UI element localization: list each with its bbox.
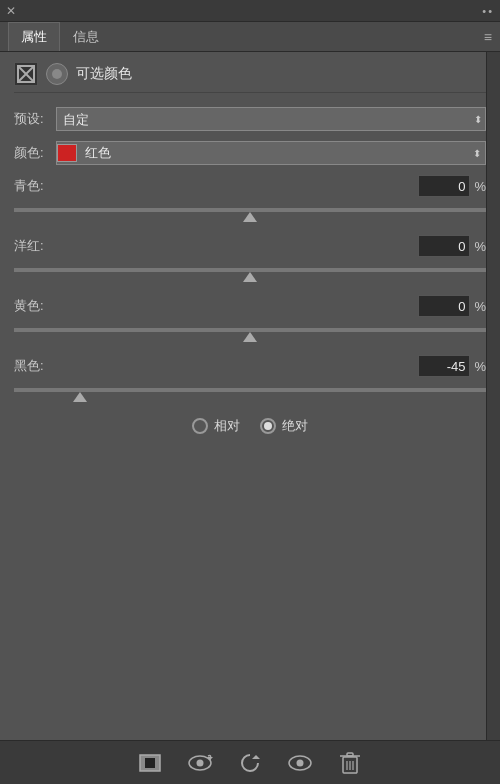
preset-select[interactable]: 自定 (56, 107, 486, 131)
title-bar-left: ✕ (6, 5, 18, 17)
yellow-track (14, 328, 486, 332)
magenta-slider-header: 洋红: 0 % (14, 235, 486, 257)
black-track (14, 388, 486, 392)
tabs-menu-icon[interactable]: ≡ (484, 29, 492, 45)
eye-button[interactable] (284, 747, 316, 779)
color-select-display[interactable]: 红色 红色 ⬍ (56, 141, 486, 165)
panel-body: 可选颜色 预设: 自定 ⬍ 颜色: 红色 红色 ⬍ (0, 52, 500, 455)
radio-absolute[interactable]: 绝对 (260, 417, 308, 435)
radio-absolute-outer (260, 418, 276, 434)
preset-select-wrapper: 自定 ⬍ (56, 107, 486, 131)
reset-button[interactable] (234, 747, 266, 779)
eye-rotate-button[interactable] (184, 747, 216, 779)
cyan-thumb[interactable] (243, 212, 257, 222)
yellow-track-wrap[interactable] (14, 321, 486, 339)
delete-button[interactable] (334, 747, 366, 779)
cyan-slider-section: 青色: 0 % (14, 175, 486, 219)
magenta-value[interactable]: 0 (418, 235, 470, 257)
radio-absolute-label: 绝对 (282, 417, 308, 435)
cyan-value[interactable]: 0 (418, 175, 470, 197)
radio-relative[interactable]: 相对 (192, 417, 240, 435)
preset-row: 预设: 自定 ⬍ (14, 107, 486, 131)
yellow-slider-section: 黄色: 0 % (14, 295, 486, 339)
delete-icon (339, 751, 361, 775)
svg-marker-8 (252, 755, 260, 759)
yellow-label: 黄色: (14, 297, 44, 315)
title-bar-right: •• (482, 5, 494, 17)
black-value[interactable]: -45 (418, 355, 470, 377)
black-input-wrap: -45 % (418, 355, 486, 377)
radio-relative-label: 相对 (214, 417, 240, 435)
cyan-slider-header: 青色: 0 % (14, 175, 486, 197)
black-track-wrap[interactable] (14, 381, 486, 399)
svg-point-10 (297, 759, 304, 766)
cyan-label: 青色: (14, 177, 44, 195)
panel-content: 可选颜色 预设: 自定 ⬍ 颜色: 红色 红色 ⬍ (0, 52, 500, 784)
panel-header: 可选颜色 (14, 62, 486, 93)
black-label: 黑色: (14, 357, 44, 375)
yellow-thumb[interactable] (243, 332, 257, 342)
magenta-input-wrap: 0 % (418, 235, 486, 257)
channel-icon (14, 62, 38, 86)
magenta-pct: % (474, 239, 486, 254)
radio-absolute-dot (264, 422, 272, 430)
tab-properties[interactable]: 属性 (8, 22, 60, 51)
black-thumb[interactable] (73, 392, 87, 402)
bottom-toolbar (0, 740, 500, 784)
eye-rotate-icon (186, 752, 214, 774)
eye-icon (287, 753, 313, 773)
yellow-input-wrap: 0 % (418, 295, 486, 317)
color-label: 颜色: (14, 144, 56, 162)
yellow-pct: % (474, 299, 486, 314)
cyan-pct: % (474, 179, 486, 194)
preset-label: 预设: (14, 110, 56, 128)
radio-relative-outer (192, 418, 208, 434)
black-slider-header: 黑色: -45 % (14, 355, 486, 377)
mask-button[interactable] (134, 747, 166, 779)
yellow-slider-header: 黄色: 0 % (14, 295, 486, 317)
tabs-bar: 属性 信息 ≡ (0, 22, 500, 52)
magenta-thumb[interactable] (243, 272, 257, 282)
close-button[interactable]: ✕ (6, 5, 18, 17)
cyan-input-wrap: 0 % (418, 175, 486, 197)
svg-rect-13 (347, 753, 353, 756)
circle-icon (46, 63, 68, 85)
magenta-slider-section: 洋红: 0 % (14, 235, 486, 279)
cyan-track (14, 208, 486, 212)
tab-info[interactable]: 信息 (60, 22, 112, 51)
mask-icon (138, 753, 162, 773)
radio-row: 相对 绝对 (14, 417, 486, 435)
color-select-wrapper: 红色 红色 ⬍ (56, 141, 486, 165)
magenta-label: 洋红: (14, 237, 44, 255)
channel-svg (17, 65, 35, 83)
reset-icon (239, 752, 261, 774)
black-slider-section: 黑色: -45 % (14, 355, 486, 399)
title-bar: ✕ •• (0, 0, 500, 22)
svg-point-6 (197, 759, 204, 766)
panel-title: 可选颜色 (76, 65, 132, 83)
scrollbar-track[interactable] (486, 52, 500, 740)
yellow-value[interactable]: 0 (418, 295, 470, 317)
color-row: 颜色: 红色 红色 ⬍ (14, 141, 486, 165)
svg-rect-4 (145, 758, 155, 768)
sliders-container: 青色: 0 % 洋红: 0 % (14, 175, 486, 399)
black-pct: % (474, 359, 486, 374)
magenta-track-wrap[interactable] (14, 261, 486, 279)
magenta-track (14, 268, 486, 272)
cyan-track-wrap[interactable] (14, 201, 486, 219)
